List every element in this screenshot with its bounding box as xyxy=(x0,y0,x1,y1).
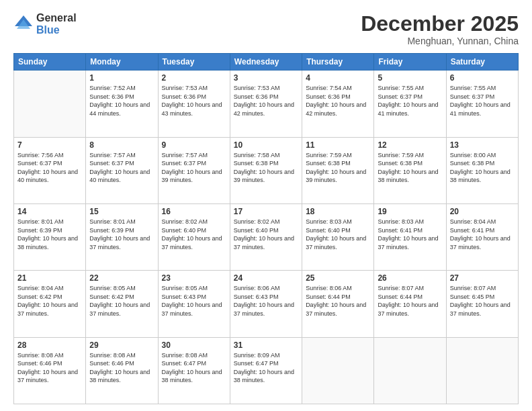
title-block: December 2025 Menghuan, Yunnan, China xyxy=(361,12,519,46)
day-info: Sunrise: 8:02 AM Sunset: 6:40 PM Dayligh… xyxy=(234,218,298,251)
day-number: 16 xyxy=(162,207,226,216)
col-monday: Monday xyxy=(86,54,158,71)
day-number: 6 xyxy=(450,73,515,83)
day-number: 27 xyxy=(450,273,515,283)
day-number: 30 xyxy=(162,340,226,350)
calendar-cell: 24Sunrise: 8:06 AM Sunset: 6:43 PM Dayli… xyxy=(230,271,302,337)
calendar-cell: 6Sunrise: 7:55 AM Sunset: 6:37 PM Daylig… xyxy=(446,71,518,137)
calendar-cell: 13Sunrise: 8:00 AM Sunset: 6:38 PM Dayli… xyxy=(446,137,518,203)
calendar-week-1: 7Sunrise: 7:56 AM Sunset: 6:37 PM Daylig… xyxy=(14,137,519,203)
day-number: 10 xyxy=(234,140,298,150)
calendar-cell xyxy=(302,337,374,404)
calendar-cell: 17Sunrise: 8:02 AM Sunset: 6:40 PM Dayli… xyxy=(230,203,302,270)
day-number: 8 xyxy=(89,140,154,150)
logo-icon xyxy=(13,14,34,34)
day-number: 23 xyxy=(162,273,226,283)
day-info: Sunrise: 8:06 AM Sunset: 6:44 PM Dayligh… xyxy=(306,284,370,318)
calendar-week-0: 1Sunrise: 7:52 AM Sunset: 6:36 PM Daylig… xyxy=(14,71,519,137)
day-number: 5 xyxy=(378,73,442,83)
day-number: 20 xyxy=(450,207,515,216)
day-number: 13 xyxy=(450,140,515,150)
day-number: 4 xyxy=(306,73,370,83)
day-number: 26 xyxy=(378,273,442,283)
col-tuesday: Tuesday xyxy=(158,54,230,71)
calendar-cell: 29Sunrise: 8:08 AM Sunset: 6:46 PM Dayli… xyxy=(86,337,158,404)
day-info: Sunrise: 7:57 AM Sunset: 6:37 PM Dayligh… xyxy=(162,151,226,185)
day-number: 21 xyxy=(17,273,82,283)
day-info: Sunrise: 8:08 AM Sunset: 6:46 PM Dayligh… xyxy=(89,351,154,385)
day-info: Sunrise: 7:59 AM Sunset: 6:38 PM Dayligh… xyxy=(306,151,370,185)
calendar-cell: 3Sunrise: 7:53 AM Sunset: 6:36 PM Daylig… xyxy=(230,71,302,137)
day-info: Sunrise: 8:09 AM Sunset: 6:47 PM Dayligh… xyxy=(234,351,298,385)
day-number: 11 xyxy=(306,140,370,150)
day-info: Sunrise: 7:52 AM Sunset: 6:36 PM Dayligh… xyxy=(89,84,154,118)
header: General Blue December 2025 Menghuan, Yun… xyxy=(13,12,519,46)
calendar-cell: 23Sunrise: 8:05 AM Sunset: 6:43 PM Dayli… xyxy=(158,271,230,337)
logo-general: General xyxy=(36,12,77,24)
logo: General Blue xyxy=(13,12,77,36)
col-wednesday: Wednesday xyxy=(230,54,302,71)
calendar-week-4: 28Sunrise: 8:08 AM Sunset: 6:46 PM Dayli… xyxy=(14,337,519,404)
day-number: 1 xyxy=(89,73,154,83)
day-info: Sunrise: 8:07 AM Sunset: 6:44 PM Dayligh… xyxy=(378,284,442,318)
calendar-cell: 21Sunrise: 8:04 AM Sunset: 6:42 PM Dayli… xyxy=(14,271,86,337)
col-thursday: Thursday xyxy=(302,54,374,71)
calendar-cell: 11Sunrise: 7:59 AM Sunset: 6:38 PM Dayli… xyxy=(302,137,374,203)
calendar-table: Sunday Monday Tuesday Wednesday Thursday… xyxy=(13,53,519,404)
day-number: 17 xyxy=(234,207,298,216)
day-info: Sunrise: 8:04 AM Sunset: 6:42 PM Dayligh… xyxy=(17,284,82,318)
day-number: 29 xyxy=(89,340,154,350)
calendar-cell xyxy=(374,337,446,404)
day-info: Sunrise: 8:08 AM Sunset: 6:47 PM Dayligh… xyxy=(162,351,226,385)
col-saturday: Saturday xyxy=(446,54,518,71)
calendar-cell: 28Sunrise: 8:08 AM Sunset: 6:46 PM Dayli… xyxy=(14,337,86,404)
calendar-cell: 12Sunrise: 7:59 AM Sunset: 6:38 PM Dayli… xyxy=(374,137,446,203)
day-number: 7 xyxy=(17,140,82,150)
day-number: 31 xyxy=(234,340,298,350)
day-number: 14 xyxy=(17,207,82,216)
day-number: 2 xyxy=(162,73,226,83)
day-info: Sunrise: 8:04 AM Sunset: 6:41 PM Dayligh… xyxy=(450,218,515,251)
day-info: Sunrise: 7:53 AM Sunset: 6:36 PM Dayligh… xyxy=(234,84,298,118)
day-info: Sunrise: 7:58 AM Sunset: 6:38 PM Dayligh… xyxy=(234,151,298,185)
logo-blue: Blue xyxy=(36,24,77,36)
day-number: 3 xyxy=(234,73,298,83)
day-info: Sunrise: 7:54 AM Sunset: 6:36 PM Dayligh… xyxy=(306,84,370,118)
day-number: 24 xyxy=(234,273,298,283)
calendar-cell: 31Sunrise: 8:09 AM Sunset: 6:47 PM Dayli… xyxy=(230,337,302,404)
calendar-cell: 26Sunrise: 8:07 AM Sunset: 6:44 PM Dayli… xyxy=(374,271,446,337)
day-info: Sunrise: 7:53 AM Sunset: 6:36 PM Dayligh… xyxy=(162,84,226,118)
calendar-cell: 18Sunrise: 8:03 AM Sunset: 6:40 PM Dayli… xyxy=(302,203,374,270)
col-sunday: Sunday xyxy=(14,54,86,71)
calendar-week-2: 14Sunrise: 8:01 AM Sunset: 6:39 PM Dayli… xyxy=(14,203,519,270)
calendar-cell: 30Sunrise: 8:08 AM Sunset: 6:47 PM Dayli… xyxy=(158,337,230,404)
calendar-cell xyxy=(446,337,518,404)
calendar-cell xyxy=(14,71,86,137)
day-number: 22 xyxy=(89,273,154,283)
calendar-cell: 25Sunrise: 8:06 AM Sunset: 6:44 PM Dayli… xyxy=(302,271,374,337)
day-info: Sunrise: 8:06 AM Sunset: 6:43 PM Dayligh… xyxy=(234,284,298,318)
calendar-week-3: 21Sunrise: 8:04 AM Sunset: 6:42 PM Dayli… xyxy=(14,271,519,337)
day-info: Sunrise: 7:56 AM Sunset: 6:37 PM Dayligh… xyxy=(17,151,82,185)
calendar-cell: 8Sunrise: 7:57 AM Sunset: 6:37 PM Daylig… xyxy=(86,137,158,203)
day-number: 28 xyxy=(17,340,82,350)
day-info: Sunrise: 8:08 AM Sunset: 6:46 PM Dayligh… xyxy=(17,351,82,385)
calendar-cell: 9Sunrise: 7:57 AM Sunset: 6:37 PM Daylig… xyxy=(158,137,230,203)
calendar-cell: 10Sunrise: 7:58 AM Sunset: 6:38 PM Dayli… xyxy=(230,137,302,203)
day-number: 19 xyxy=(378,207,442,216)
calendar-cell: 1Sunrise: 7:52 AM Sunset: 6:36 PM Daylig… xyxy=(86,71,158,137)
page: General Blue December 2025 Menghuan, Yun… xyxy=(0,0,532,411)
calendar-cell: 16Sunrise: 8:02 AM Sunset: 6:40 PM Dayli… xyxy=(158,203,230,270)
calendar-cell: 5Sunrise: 7:55 AM Sunset: 6:37 PM Daylig… xyxy=(374,71,446,137)
day-number: 25 xyxy=(306,273,370,283)
day-info: Sunrise: 8:00 AM Sunset: 6:38 PM Dayligh… xyxy=(450,151,515,185)
day-info: Sunrise: 7:59 AM Sunset: 6:38 PM Dayligh… xyxy=(378,151,442,185)
day-number: 15 xyxy=(89,207,154,216)
logo-text: General Blue xyxy=(36,12,77,36)
day-number: 9 xyxy=(162,140,226,150)
calendar-cell: 7Sunrise: 7:56 AM Sunset: 6:37 PM Daylig… xyxy=(14,137,86,203)
calendar-cell: 20Sunrise: 8:04 AM Sunset: 6:41 PM Dayli… xyxy=(446,203,518,270)
day-info: Sunrise: 8:05 AM Sunset: 6:42 PM Dayligh… xyxy=(89,284,154,318)
calendar-cell: 2Sunrise: 7:53 AM Sunset: 6:36 PM Daylig… xyxy=(158,71,230,137)
day-info: Sunrise: 7:55 AM Sunset: 6:37 PM Dayligh… xyxy=(450,84,515,118)
